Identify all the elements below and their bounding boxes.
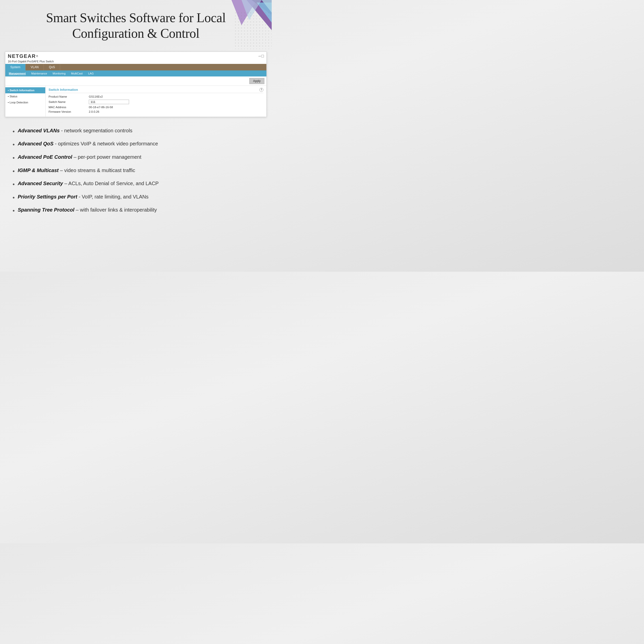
- sidebar-item-switch-information[interactable]: Switch Information: [5, 87, 45, 93]
- subnav-lag[interactable]: LAG: [86, 71, 96, 76]
- feature-item-0: • Advanced VLANs - network segmentation …: [13, 127, 259, 136]
- sub-nav: Management Maintenance Monitoring MultiC…: [5, 70, 266, 76]
- feature-bold-3: IGMP & Multicast: [18, 168, 59, 173]
- sidebar-item-status[interactable]: Status: [5, 93, 45, 99]
- feature-bold-2: Advanced PoE Control: [18, 154, 72, 160]
- content-title: Switch Information ?: [49, 88, 263, 93]
- feature-bold-5: Priority Settings per Port: [18, 194, 77, 199]
- feature-item-4: • Advanced Security – ACLs, Auto Denial …: [13, 180, 259, 189]
- feature-bold-4: Advanced Security: [18, 181, 63, 186]
- feature-normal-0: - network segmentation controls: [60, 128, 132, 133]
- bullet-4: •: [13, 180, 15, 189]
- feature-item-2: • Advanced PoE Control – per-port power …: [13, 153, 259, 162]
- feature-normal-2: – per-port power management: [72, 154, 141, 160]
- content-area: Switch Information ? Product Name GS116E…: [46, 86, 266, 117]
- sidebar-item-loop-detection[interactable]: Loop Detection: [5, 99, 45, 105]
- features-section: • Advanced VLANs - network segmentation …: [0, 119, 272, 227]
- bullet-1: •: [13, 140, 15, 149]
- device-subtitle: 16-Port Gigabit ProSAFE Plus Switch: [5, 60, 266, 64]
- trademark-symbol: ®: [36, 55, 38, 58]
- feature-normal-6: – with failover links & interoperability: [74, 207, 157, 213]
- feature-item-1: • Advanced QoS - optimizes VoIP & networ…: [13, 140, 259, 149]
- feature-bold-0: Advanced VLANs: [18, 128, 60, 133]
- feature-normal-5: - VoIP, rate limiting, and VLANs: [77, 194, 148, 199]
- tab-qos[interactable]: QoS: [44, 64, 60, 70]
- tab-empty[interactable]: [60, 64, 266, 70]
- feature-normal-3: – video streams & multicast traffic: [59, 168, 135, 173]
- input-switch-name[interactable]: [89, 100, 129, 104]
- bullet-3: •: [13, 167, 15, 176]
- hero-section: Smart Switches Software for Local Config…: [0, 0, 272, 49]
- subnav-maintenance[interactable]: Maintenance: [29, 71, 50, 76]
- subnav-management[interactable]: Management: [6, 71, 28, 76]
- tab-vlan[interactable]: VLAN: [26, 64, 44, 70]
- netgear-brand: NETGEAR: [8, 53, 36, 59]
- tab-system[interactable]: System: [5, 64, 26, 70]
- switch-info-table: Product Name GS116Ev2 Switch Name MAC Ad…: [49, 95, 263, 113]
- label-mac-address: MAC Address: [49, 106, 89, 109]
- help-icon[interactable]: ?: [259, 88, 263, 92]
- bullet-5: •: [13, 193, 15, 202]
- hero-title: Smart Switches Software for Local Config…: [15, 10, 257, 42]
- apply-button[interactable]: Apply: [249, 78, 264, 84]
- main-nav-tabs: System VLAN QoS: [5, 64, 266, 70]
- sidebar: Switch Information Status Loop Detection: [5, 86, 46, 117]
- label-switch-name: Switch Name: [49, 100, 89, 103]
- label-product-name: Product Name: [49, 95, 89, 98]
- feature-normal-4: – ACLs, Auto Denial of Service, and LACP: [63, 181, 158, 186]
- info-row-mac-address: MAC Address 00-18-e7-86-16-58: [49, 106, 263, 109]
- feature-item-5: • Priority Settings per Port - VoIP, rat…: [13, 193, 259, 202]
- info-row-product-name: Product Name GS116Ev2: [49, 95, 263, 98]
- feature-item-3: • IGMP & Multicast – video streams & mul…: [13, 167, 259, 176]
- info-row-firmware-version: Firmware Version 2.0.0.26: [49, 110, 263, 113]
- value-firmware-version: 2.0.0.26: [89, 110, 99, 113]
- value-mac-address: 00-18-e7-86-16-58: [89, 106, 113, 109]
- main-content-area: Switch Information Status Loop Detection…: [5, 86, 266, 117]
- feature-bold-1: Advanced QoS: [18, 141, 53, 146]
- bullet-2: •: [13, 154, 15, 162]
- feature-item-6: • Spanning Tree Protocol – with failover…: [13, 206, 259, 215]
- logout-icon[interactable]: →□: [257, 54, 264, 58]
- netgear-header: NETGEAR ® →□: [5, 52, 266, 60]
- value-product-name: GS116Ev2: [89, 95, 103, 98]
- bullet-0: •: [13, 127, 15, 136]
- subnav-multicast[interactable]: MultiCast: [69, 71, 85, 76]
- ui-screenshot-panel: NETGEAR ® →□ 16-Port Gigabit ProSAFE Plu…: [5, 52, 267, 117]
- info-row-switch-name: Switch Name: [49, 100, 263, 104]
- apply-row: Apply: [5, 76, 266, 86]
- label-firmware-version: Firmware Version: [49, 110, 89, 113]
- subnav-monitoring[interactable]: Monitoring: [50, 71, 68, 76]
- feature-bold-6: Spanning Tree Protocol: [18, 207, 74, 213]
- feature-normal-1: - optimizes VoIP & network video perform…: [54, 141, 158, 146]
- bullet-6: •: [13, 207, 15, 215]
